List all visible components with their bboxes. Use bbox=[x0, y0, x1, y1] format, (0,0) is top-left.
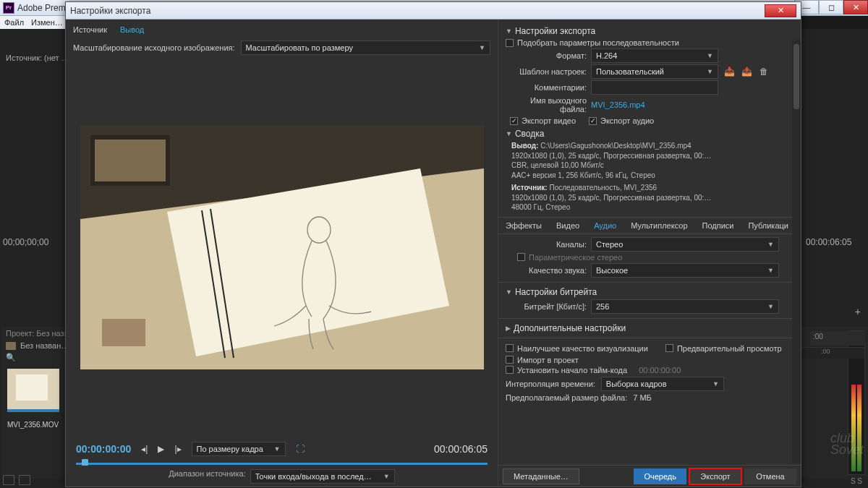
transport-bar: 00:00:00:00 ◂| ▶ |▸ По размеру кадра▼ ⛶ … bbox=[73, 442, 490, 456]
scale-value: Масштабировать по размеру bbox=[246, 43, 353, 52]
dialog-title: Настройки экспорта bbox=[70, 6, 150, 16]
icon-view-icon[interactable] bbox=[19, 475, 30, 485]
play-button[interactable]: ▶ bbox=[158, 444, 164, 454]
range-label: Диапазон источника: bbox=[169, 469, 245, 484]
tab-captions[interactable]: Подписи bbox=[695, 218, 741, 234]
estimated-value: 7 МБ bbox=[633, 393, 652, 402]
clip-thumbnail-bar bbox=[7, 409, 59, 412]
best-quality-checkbox[interactable] bbox=[506, 344, 514, 352]
settings-subtabs: Эффекты Видео Аудио Мультиплексор Подпис… bbox=[498, 217, 801, 234]
maximize-button[interactable]: ◻ bbox=[819, 0, 843, 14]
timeline-ruler: :00 bbox=[799, 347, 864, 359]
chevron-right-icon[interactable]: ▶ bbox=[506, 325, 511, 332]
comments-input[interactable] bbox=[591, 80, 718, 95]
bg-plus-icon[interactable]: + bbox=[855, 306, 861, 317]
tab-effects[interactable]: Эффекты bbox=[498, 218, 549, 234]
summary-source: Источник: Последовательность, MVI_2356 1… bbox=[506, 183, 798, 213]
video-preview[interactable] bbox=[80, 125, 484, 369]
clip-thumbnail[interactable] bbox=[7, 369, 59, 409]
interp-dropdown[interactable]: Выборка кадров▼ bbox=[601, 377, 724, 391]
project-view-icons bbox=[3, 475, 30, 485]
solo-indicators: S S bbox=[851, 477, 862, 485]
clip-name-label[interactable]: MVI_2356.MOV bbox=[7, 421, 59, 429]
watermark: clubSovet bbox=[830, 432, 864, 455]
quality-label: Качество звука: bbox=[506, 266, 587, 275]
output-name-link[interactable]: MVI_2356.mp4 bbox=[591, 100, 645, 109]
match-sequence-checkbox[interactable] bbox=[506, 39, 514, 47]
bitrate-heading: Настройки битрейта bbox=[515, 287, 597, 297]
set-timecode-checkbox[interactable] bbox=[506, 366, 514, 374]
channels-dropdown[interactable]: Стерео▼ bbox=[591, 237, 779, 252]
import-preset-icon[interactable]: 📤 bbox=[740, 65, 753, 78]
dialog-titlebar[interactable]: Настройки экспорта ✕ bbox=[66, 2, 801, 20]
preview-checkbox[interactable] bbox=[665, 344, 673, 352]
summary-heading: Сводка bbox=[515, 129, 545, 139]
bitrate-label: Битрейт [Кбит/с]: bbox=[506, 302, 587, 311]
playhead-icon[interactable] bbox=[82, 459, 88, 466]
step-fwd-button[interactable]: |▸ bbox=[174, 444, 181, 454]
tab-source[interactable]: Источник bbox=[73, 25, 107, 34]
advanced-heading: Дополнительные настройки bbox=[514, 323, 626, 333]
folder-icon bbox=[6, 342, 16, 350]
outer-close-button[interactable]: ✕ bbox=[843, 0, 868, 14]
format-label: Формат: bbox=[506, 51, 587, 60]
bitrate-dropdown[interactable]: 256▼ bbox=[591, 299, 779, 314]
source-panel-label: Источник: (нет … bbox=[6, 53, 69, 62]
parametric-checkbox[interactable] bbox=[517, 253, 525, 261]
chevron-down-icon[interactable]: ▼ bbox=[506, 27, 512, 35]
tab-video[interactable]: Видео bbox=[549, 218, 587, 234]
settings-scrollbar[interactable] bbox=[792, 40, 801, 463]
export-settings-heading: Настройки экспорта bbox=[515, 26, 595, 36]
preset-label: Шаблон настроек: bbox=[506, 67, 587, 76]
preview-timeline[interactable] bbox=[76, 459, 488, 468]
timecode-out: 00:00:06:05 bbox=[434, 443, 488, 455]
menu-edit[interactable]: Измен… bbox=[31, 18, 63, 27]
project-folder-name: Без назван… bbox=[20, 341, 69, 350]
outer-menu-bar: Файл Измен… bbox=[0, 16, 65, 29]
export-audio-checkbox[interactable]: ✓ bbox=[589, 117, 597, 125]
match-sequence-label: Подобрать параметры последовательности bbox=[517, 38, 679, 47]
comments-label: Комментарии: bbox=[506, 83, 587, 92]
list-view-icon[interactable] bbox=[3, 475, 14, 485]
metadata-button[interactable]: Метаданные… bbox=[503, 468, 579, 484]
format-dropdown[interactable]: H.264▼ bbox=[591, 48, 718, 63]
cancel-button[interactable]: Отмена bbox=[744, 468, 796, 484]
step-back-button[interactable]: ◂| bbox=[141, 444, 148, 454]
settings-pane: ▼ Настройки экспорта Подобрать параметры… bbox=[498, 20, 801, 487]
scale-label: Масштабирование исходного изображения: bbox=[73, 43, 235, 52]
output-name-label: Имя выходного файла: bbox=[506, 96, 587, 114]
interp-label: Интерполяция времени: bbox=[506, 380, 595, 388]
preset-dropdown[interactable]: Пользовательский▼ bbox=[591, 64, 718, 79]
delete-preset-icon[interactable]: 🗑 bbox=[757, 65, 770, 78]
queue-button[interactable]: Очередь bbox=[634, 468, 686, 484]
scale-dropdown[interactable]: Масштабировать по размеру ▼ bbox=[241, 40, 490, 55]
menu-file[interactable]: Файл bbox=[4, 18, 24, 27]
tab-output[interactable]: Вывод bbox=[120, 25, 144, 34]
preview-pane: Источник Вывод Масштабирование исходного… bbox=[66, 20, 498, 487]
tab-audio[interactable]: Аудио bbox=[587, 218, 624, 234]
bg-timecode-left: 00;00;00;00 bbox=[3, 237, 48, 247]
tab-multiplexer[interactable]: Мультиплексор bbox=[624, 218, 694, 234]
crop-icon[interactable]: ⛶ bbox=[296, 444, 305, 454]
svg-rect-8 bbox=[102, 319, 145, 346]
import-project-checkbox[interactable] bbox=[506, 356, 514, 364]
export-video-checkbox[interactable]: ✓ bbox=[510, 117, 518, 125]
chevron-down-icon: ▼ bbox=[479, 44, 485, 51]
bg-timecode-right: 00:00:06:05 bbox=[806, 237, 851, 247]
source-range-dropdown[interactable]: Точки входа/выхода в послед…▼ bbox=[250, 469, 395, 484]
tab-publish[interactable]: Публикаци bbox=[741, 218, 796, 234]
timeline-header: :00 bbox=[810, 331, 865, 346]
fit-dropdown[interactable]: По размеру кадра▼ bbox=[192, 442, 286, 456]
preview-tabs: Источник Вывод bbox=[73, 25, 490, 38]
estimated-label: Предполагаемый размер файла: bbox=[506, 393, 627, 402]
premiere-app-icon: Pr bbox=[3, 2, 14, 14]
dialog-button-row: Метаданные… Очередь Экспорт Отмена bbox=[498, 465, 801, 487]
export-button[interactable]: Экспорт bbox=[689, 468, 741, 484]
timecode-in[interactable]: 00:00:00:00 bbox=[76, 443, 131, 455]
dialog-close-button[interactable]: ✕ bbox=[765, 4, 796, 17]
parametric-label: Параметрическое стерео bbox=[529, 253, 622, 262]
export-settings-dialog: Настройки экспорта ✕ Источник Вывод Масш… bbox=[65, 1, 801, 487]
save-preset-icon[interactable]: 📥 bbox=[723, 65, 736, 78]
quality-dropdown[interactable]: Высокое▼ bbox=[591, 263, 779, 278]
channels-label: Каналы: bbox=[506, 240, 587, 249]
